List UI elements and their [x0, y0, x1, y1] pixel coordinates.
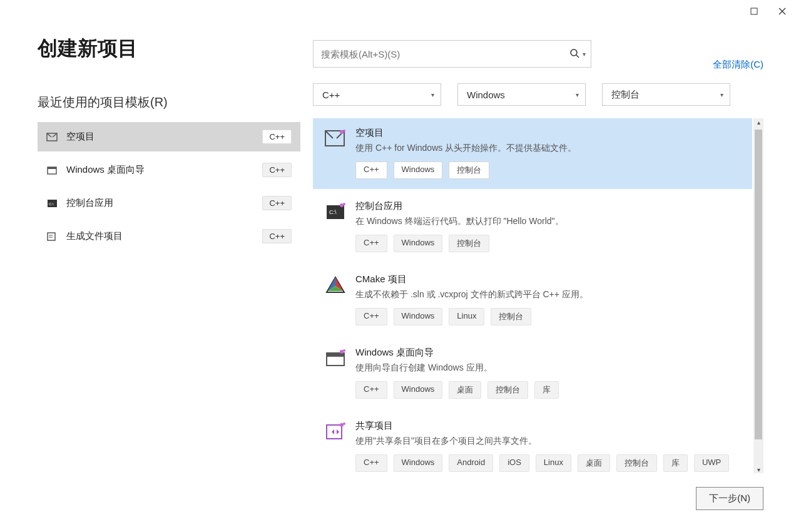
template-tag: 控制台: [616, 454, 657, 472]
template-tag: C++: [355, 381, 387, 399]
recent-item[interactable]: 生成文件项目 C++: [38, 222, 300, 251]
svg-point-36: [343, 422, 345, 425]
svg-rect-10: [48, 233, 55, 240]
template-tag: C++: [355, 454, 387, 472]
template-item[interactable]: C:\ 控制台应用 在 Windows 终端运行代码。默认打印 "Hello W…: [313, 192, 752, 262]
template-tag: C++: [355, 235, 387, 252]
svg-text:C:\: C:\: [49, 202, 54, 206]
template-description: 生成不依赖于 .sln 或 .vcxproj 文件的新式跨平台 C++ 应用。: [355, 289, 742, 300]
console-icon: C:\: [324, 202, 347, 224]
filter-value: C++: [322, 90, 340, 100]
svg-line-4: [47, 133, 51, 137]
template-item[interactable]: Windows 桌面向导 使用向导自行创建 Windows 应用。 C++Win…: [313, 338, 752, 409]
filter-dropdown[interactable]: C++▾: [313, 83, 441, 106]
chevron-down-icon: ▾: [720, 91, 723, 98]
empty-project-icon: [46, 132, 59, 142]
search-input[interactable]: [321, 49, 570, 59]
svg-text:C:\: C:\: [329, 209, 337, 215]
scrollbar[interactable]: ▴ ▾: [753, 118, 763, 473]
search-box[interactable]: ▾: [313, 40, 591, 68]
clear-all-link[interactable]: 全部清除(C): [713, 59, 763, 71]
chevron-down-icon: ▾: [583, 51, 586, 58]
template-tags: C++Windows控制台: [355, 161, 742, 179]
template-tag: 桌面: [578, 454, 610, 472]
recent-item[interactable]: C:\ 控制台应用 C++: [38, 188, 300, 218]
maximize-button[interactable]: [740, 2, 768, 21]
scrollbar-thumb[interactable]: [755, 130, 762, 439]
close-button[interactable]: [768, 2, 796, 21]
template-tag: Windows: [394, 161, 443, 179]
template-item[interactable]: CMake 项目 生成不依赖于 .sln 或 .vcxproj 文件的新式跨平台…: [313, 265, 752, 335]
svg-point-13: [571, 49, 577, 56]
cmake-icon: [324, 275, 347, 297]
search-button[interactable]: ▾: [570, 49, 586, 59]
wizard-icon: [46, 165, 59, 175]
template-item[interactable]: 空项目 使用 C++ for Windows 从头开始操作。不提供基础文件。 C…: [313, 118, 752, 189]
recent-item-name: 空项目: [66, 131, 262, 143]
language-badge: C++: [262, 196, 292, 210]
template-description: 使用向导自行创建 Windows 应用。: [355, 362, 742, 374]
svg-point-31: [343, 349, 345, 352]
template-tag: Windows: [394, 308, 443, 325]
svg-point-23: [343, 203, 345, 205]
template-tag: Windows: [394, 454, 443, 472]
recent-item[interactable]: 空项目 C++: [38, 122, 300, 151]
svg-rect-7: [48, 167, 56, 169]
chevron-down-icon: ▾: [431, 91, 434, 98]
template-tag: 控制台: [491, 308, 531, 325]
language-badge: C++: [262, 130, 292, 144]
scroll-down-arrow[interactable]: ▾: [753, 464, 763, 473]
scroll-up-arrow[interactable]: ▴: [753, 118, 763, 127]
template-tags: C++Windows控制台: [355, 235, 742, 252]
page-title: 创建新项目: [38, 35, 300, 63]
svg-marker-33: [332, 429, 334, 434]
template-list: 空项目 使用 C++ for Windows 从头开始操作。不提供基础文件。 C…: [313, 118, 763, 473]
template-tag: Windows: [394, 235, 443, 252]
recent-item-name: 控制台应用: [66, 197, 262, 209]
template-tags: C++Windows桌面控制台库: [355, 381, 742, 399]
template-tag: 控制台: [487, 381, 528, 399]
filter-value: Windows: [467, 90, 505, 100]
empty-project-icon: [324, 128, 347, 151]
svg-rect-0: [751, 8, 757, 14]
filter-dropdown[interactable]: Windows▾: [457, 83, 586, 106]
wizard-icon: [324, 348, 347, 371]
language-badge: C++: [262, 229, 292, 243]
filter-value: 控制台: [611, 89, 640, 101]
template-tag: 库: [534, 381, 559, 399]
maximize-icon: [750, 8, 758, 15]
template-tag: C++: [355, 308, 387, 325]
template-item[interactable]: 共享项目 使用"共享条目"项目在多个项目之间共享文件。 C++WindowsAn…: [313, 411, 752, 473]
recent-item-name: Windows 桌面向导: [66, 164, 262, 176]
template-tag: 控制台: [449, 235, 489, 252]
chevron-down-icon: ▾: [576, 91, 579, 98]
next-button[interactable]: 下一步(N): [696, 487, 763, 510]
console-icon: C:\: [46, 198, 59, 208]
template-tag: iOS: [499, 454, 529, 472]
template-tags: C++WindowsLinux控制台: [355, 308, 742, 325]
template-tag: C++: [355, 161, 387, 179]
recent-item[interactable]: Windows 桌面向导 C++: [38, 155, 300, 185]
template-tags: C++WindowsAndroidiOSLinux桌面控制台库UWP游戏移动: [355, 454, 742, 473]
template-name: CMake 项目: [355, 274, 742, 285]
svg-line-14: [576, 55, 579, 58]
template-tag: 桌面: [449, 381, 481, 399]
template-tag: Linux: [536, 454, 571, 472]
recent-templates-label: 最近使用的项目模板(R): [38, 94, 300, 111]
svg-line-5: [53, 133, 57, 137]
language-badge: C++: [262, 163, 292, 177]
template-description: 在 Windows 终端运行代码。默认打印 "Hello World"。: [355, 216, 742, 227]
close-icon: [778, 8, 786, 15]
template-name: 控制台应用: [355, 200, 742, 212]
recent-item-name: 生成文件项目: [66, 230, 262, 242]
template-tag: Windows: [394, 381, 443, 399]
svg-line-16: [325, 131, 333, 138]
filter-dropdown[interactable]: 控制台▾: [602, 83, 730, 106]
svg-point-19: [343, 130, 345, 132]
template-tag: 库: [663, 454, 688, 472]
recent-templates-list: 空项目 C++ Windows 桌面向导 C++ C:\ 控制台应用 C++ 生…: [38, 122, 300, 251]
search-icon: [570, 49, 580, 59]
template-tag: UWP: [694, 454, 729, 472]
template-description: 使用 C++ for Windows 从头开始操作。不提供基础文件。: [355, 143, 742, 154]
template-name: Windows 桌面向导: [355, 347, 742, 359]
